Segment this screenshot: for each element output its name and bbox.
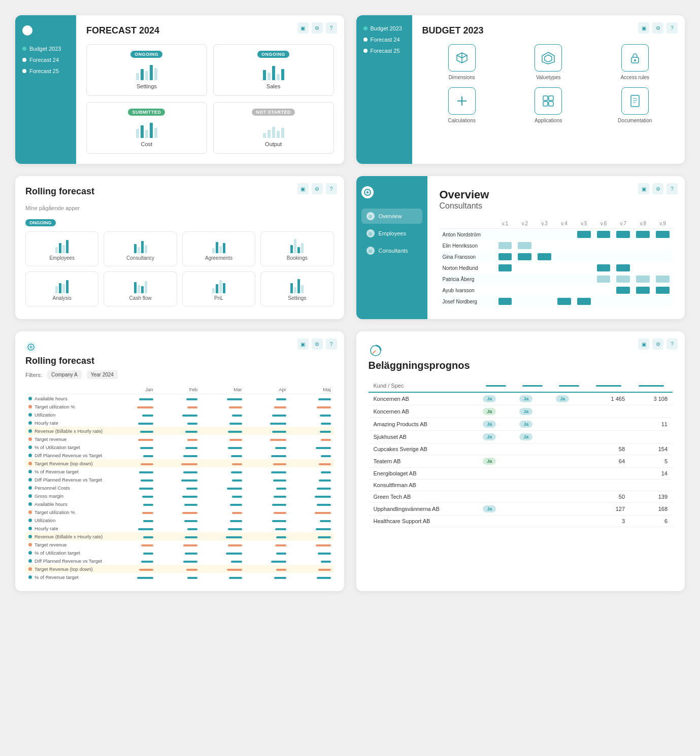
app-tile-settings[interactable]: Settings	[260, 271, 334, 306]
rf-cell	[245, 532, 290, 540]
forecast-tile-output[interactable]: NOT STARTED Output	[213, 102, 334, 154]
rf-cell	[245, 427, 290, 435]
gantt-bar-cell	[574, 229, 594, 240]
app-tile-employees[interactable]: Employees	[25, 231, 98, 266]
budget-icon-access[interactable]: Access rules	[595, 44, 675, 80]
app-tile-pnl[interactable]: PnL	[182, 271, 255, 306]
wc-btn-3[interactable]: ?	[326, 22, 337, 33]
wc-btn-2[interactable]: ⚙	[312, 22, 323, 33]
belagg-num-cell: 6	[630, 516, 673, 527]
budget-icon-applications[interactable]: Applications	[509, 87, 588, 123]
budget-icon-valuetypes[interactable]: Valuetypes	[509, 44, 588, 80]
belagg-ja-badge: Ja	[519, 433, 532, 440]
rf-cell	[112, 532, 156, 540]
rf-cell	[112, 508, 156, 516]
wc-btn-2[interactable]: ⚙	[652, 22, 663, 33]
wc-btn-1[interactable]: ▣	[297, 183, 309, 194]
sidebar-nav-employees[interactable]: ◎ Employees	[361, 226, 422, 241]
sidebar-nav-label: Overview	[379, 213, 402, 219]
rolling-tiles-subtitle: Mine pågående apper	[25, 205, 334, 211]
budget-main: ▣ ⚙ ? BUDGET 2023 Dimensions	[412, 15, 685, 164]
filter-company[interactable]: Company A	[47, 370, 82, 379]
belagg-cell: Ja	[478, 431, 514, 443]
belagg-row: Cupcakes Sverige AB58154	[369, 443, 673, 455]
budget-title: BUDGET 2023	[422, 25, 675, 36]
budget-icon-dimensions[interactable]: Dimensions	[422, 44, 502, 80]
sidebar-item-forecast25[interactable]: Forecast 25	[22, 68, 69, 74]
gantt-bar-cell	[633, 285, 653, 296]
rf-cell	[156, 492, 201, 500]
budget-icon-documentation[interactable]: Documentation	[595, 87, 675, 123]
sidebar-item-budget2023[interactable]: Budget 2023	[22, 46, 69, 52]
wc-btn-2[interactable]: ⚙	[312, 338, 323, 350]
app-tile-analysis[interactable]: Analysis	[25, 271, 98, 306]
rf-cell	[289, 573, 334, 581]
rf-cell	[289, 540, 334, 548]
wc-btn-3[interactable]: ?	[326, 338, 337, 350]
sidebar-item-b2023[interactable]: Budget 2023	[363, 25, 405, 31]
wc-btn-2[interactable]: ⚙	[652, 338, 663, 350]
wc-btn-2[interactable]: ⚙	[652, 183, 663, 194]
rf-cell	[112, 500, 156, 508]
bar	[263, 70, 266, 80]
forecast-tile-sales[interactable]: ONGOING Sales	[213, 44, 334, 96]
sidebar-item-f24[interactable]: Forecast 24	[363, 37, 405, 43]
app-tile-bookings[interactable]: Bookings	[260, 231, 334, 266]
wc-btn-2[interactable]: ⚙	[312, 183, 323, 194]
forecast-tile-settings[interactable]: ONGOING Settings	[86, 44, 207, 96]
gantt-bar-cell	[633, 229, 653, 240]
app-tile-cashflow[interactable]: Cash flow	[104, 271, 177, 306]
belagg-num-cell: 5	[630, 455, 673, 468]
sidebar-item-forecast24[interactable]: Forecast 24	[22, 57, 69, 63]
belagg-cell: Ja	[478, 405, 514, 418]
belagg-num-cell	[587, 479, 630, 491]
wc-btn-3[interactable]: ?	[666, 338, 678, 350]
wc-btn-1[interactable]: ▣	[638, 338, 649, 350]
gantt-bar-cell	[574, 285, 594, 296]
gantt-bar-cell	[515, 285, 535, 296]
budget-icon-calculations[interactable]: Calculations	[422, 87, 502, 123]
rf-row-label: Utilization	[25, 410, 112, 419]
sidebar-item-f25[interactable]: Forecast 25	[363, 48, 405, 54]
gantt-bar	[616, 287, 630, 294]
filter-year[interactable]: Year 2024	[87, 370, 118, 379]
wc-btn-1[interactable]: ▣	[638, 22, 649, 33]
belagg-cell: Ja	[514, 418, 551, 431]
rf-cell	[112, 410, 156, 419]
app-tile-consultancy[interactable]: Consultancy	[104, 231, 177, 266]
forecast-tile-cost[interactable]: SUBMITTED Cost	[86, 102, 207, 154]
wc-btn-3[interactable]: ?	[666, 22, 678, 33]
gantt-bar-cell	[574, 273, 594, 285]
belagg-cell	[514, 479, 551, 491]
rf-cell	[156, 508, 201, 516]
wc-btn-1[interactable]: ▣	[297, 22, 309, 33]
gantt-bar-cell	[594, 285, 614, 296]
bar	[141, 125, 144, 138]
belagg-num-cell: 3	[587, 516, 630, 527]
rf-cell	[201, 443, 245, 451]
belagg-num-cell: 58	[587, 443, 630, 455]
belagg-num-cell: 127	[587, 503, 630, 516]
forecast-tiles-grid: ONGOING Settings ONGOING	[86, 44, 334, 154]
bar	[281, 69, 284, 80]
overview-logo	[361, 186, 374, 198]
forecast-card: Budget 2023 Forecast 24 Forecast 25 ▣ ⚙ …	[15, 15, 344, 164]
gantt-bar	[636, 276, 650, 283]
rf-cell	[201, 410, 245, 419]
belagg-num-cell: 139	[630, 491, 673, 503]
belagg-ja-badge: Ja	[483, 505, 496, 512]
belagg-row: Konsultfirman AB	[369, 479, 673, 491]
sidebar-nav-overview[interactable]: ◎ Overview	[361, 209, 422, 224]
rf-cell	[112, 402, 156, 410]
belagg-num-cell: 154	[630, 443, 673, 455]
wc-btn-3[interactable]: ?	[326, 183, 337, 194]
wc-btn-1[interactable]: ▣	[297, 338, 309, 350]
belagg-cell: Ja	[514, 431, 551, 443]
belagg-ja-badge: Ja	[483, 421, 496, 428]
wc-btn-3[interactable]: ?	[666, 183, 678, 194]
app-tile-agreements[interactable]: Agreements	[182, 231, 255, 266]
wc-btn-1[interactable]: ▣	[638, 183, 649, 194]
belagg-title: Beläggningsprognos	[369, 360, 673, 371]
sidebar-nav-consultants[interactable]: ◎ Consultants	[361, 243, 422, 258]
gantt-bar-cell	[594, 229, 614, 240]
